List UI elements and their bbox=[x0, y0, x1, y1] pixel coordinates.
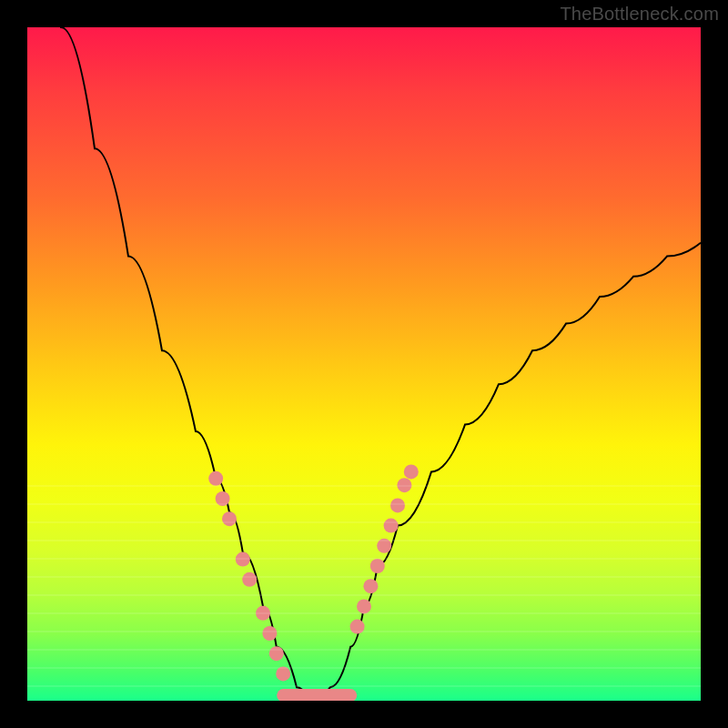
data-point bbox=[363, 579, 378, 593]
data-point bbox=[242, 572, 257, 587]
bottleneck-curve bbox=[27, 27, 701, 701]
chart-frame: TheBottleneck.com bbox=[0, 0, 728, 728]
plot-area bbox=[27, 27, 701, 701]
data-point bbox=[208, 471, 223, 486]
data-point bbox=[262, 626, 277, 641]
data-point bbox=[384, 519, 399, 533]
data-point bbox=[222, 511, 237, 526]
data-point bbox=[370, 559, 385, 573]
data-point bbox=[404, 464, 419, 479]
data-point bbox=[236, 552, 250, 567]
data-point bbox=[357, 599, 371, 613]
data-point bbox=[397, 478, 411, 492]
curve-dots bbox=[208, 464, 419, 681]
data-point bbox=[276, 666, 290, 681]
data-point bbox=[390, 498, 405, 512]
data-point bbox=[377, 539, 391, 553]
data-point bbox=[256, 606, 270, 621]
curve-svg bbox=[27, 27, 701, 701]
watermark-text: TheBottleneck.com bbox=[560, 4, 719, 25]
data-point bbox=[216, 491, 230, 506]
data-point bbox=[269, 646, 284, 661]
data-point bbox=[350, 620, 365, 634]
